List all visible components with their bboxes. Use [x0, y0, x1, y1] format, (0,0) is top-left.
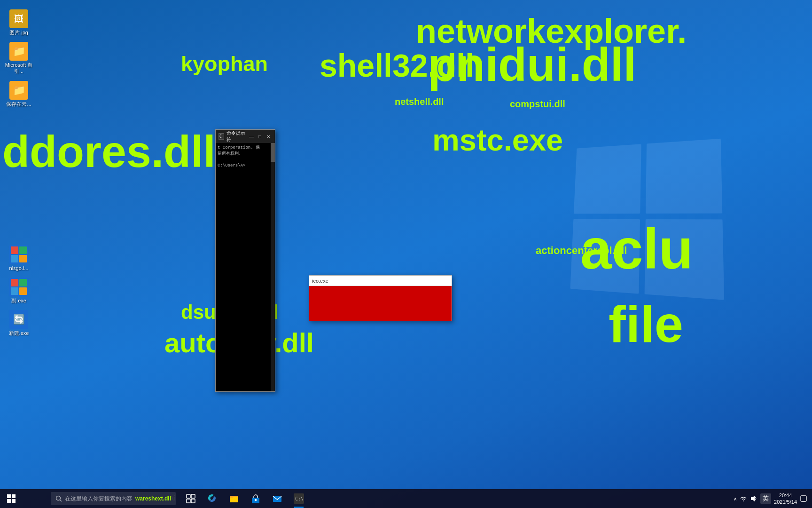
svg-rect-2	[7, 494, 11, 498]
floating-label-mstc: mstc.exe	[432, 122, 563, 158]
ico-title-text: ico.exe	[312, 278, 449, 284]
cmd-minimize-button[interactable]: —	[248, 133, 255, 140]
taskbar-search-placeholder: 在这里输入你要搜索的内容	[65, 495, 133, 503]
svg-line-7	[60, 500, 62, 502]
taskbar-app-explorer[interactable]	[224, 489, 244, 508]
floating-label-actioncenter: actioncentercpl.dll	[536, 245, 627, 257]
svg-rect-17	[273, 496, 281, 502]
ime-label: 英	[763, 495, 769, 502]
taskbar-apps: C:\	[180, 489, 309, 508]
desktop-icon-area: 🖼 图片.jpg 📁 Microsoft 自引... 📁 保存在云... nls…	[0, 0, 38, 345]
windows-start-icon	[7, 494, 16, 503]
desktop-icon-exe2[interactable]: 🔄 新建.exe	[2, 310, 36, 336]
svg-rect-21	[801, 496, 806, 501]
taskbar-app-cmd[interactable]: C:\	[289, 489, 309, 508]
cmd-output: t Corporation. 保 留所有权利。 C:\Users\A>	[218, 145, 273, 168]
taskbar-clock[interactable]: 20:44 2021/5/14	[774, 492, 797, 506]
clock-time: 20:44	[779, 492, 792, 499]
cmd-taskbar-icon: C:\	[294, 493, 304, 504]
ico-body	[309, 286, 452, 321]
svg-rect-9	[191, 494, 195, 498]
taskbar-app-store[interactable]	[245, 489, 266, 508]
svg-point-6	[56, 496, 61, 500]
cmd-window: C 命令提示符 — □ ✕ t Corporation. 保 留所有权利。 C:…	[215, 129, 275, 392]
taskbar-ime-indicator[interactable]: 英	[760, 493, 771, 504]
svg-rect-8	[187, 494, 190, 498]
cmd-close-button[interactable]: ✕	[265, 133, 272, 140]
cmd-title: C 命令提示符	[219, 130, 248, 143]
notification-icon[interactable]	[800, 495, 807, 502]
taskbar-start-button[interactable]	[0, 489, 23, 508]
edge-icon	[207, 493, 218, 504]
cmd-controls: — □ ✕	[248, 133, 272, 140]
desktop-icon-image-label: 图片.jpg	[9, 30, 28, 36]
explorer-icon	[229, 493, 239, 504]
desktop-icon-exe2-label: 新建.exe	[9, 330, 29, 336]
taskbar-app-edge[interactable]	[202, 489, 223, 508]
network-icon	[740, 495, 747, 502]
svg-marker-20	[751, 496, 755, 501]
svg-rect-13	[230, 497, 238, 502]
svg-rect-11	[191, 499, 195, 503]
floating-label-kyophan: kyophan	[181, 52, 268, 76]
ico-window: ico.exe	[309, 275, 452, 321]
desktop-icon-nlsgo[interactable]: nlsgo.i...	[2, 245, 36, 271]
search-icon	[55, 495, 62, 502]
svg-rect-14	[230, 496, 233, 498]
floating-label-compstui: compstui.dll	[510, 99, 565, 110]
taskbar-app-taskview[interactable]	[180, 489, 201, 508]
floating-label-pnidui: pnidui.dll	[428, 38, 636, 92]
desktop-icon-microsoft-label: Microsoft 自引...	[2, 62, 36, 74]
svg-rect-4	[7, 499, 11, 503]
cmd-body[interactable]: t Corporation. 保 留所有权利。 C:\Users\A>	[216, 143, 275, 391]
svg-text:C: C	[219, 135, 222, 139]
desktop-icon-nlsgo-label: nlsgo.i...	[9, 265, 29, 271]
floating-label-netshell: netshell.dll	[395, 96, 444, 107]
cmd-scrollbar-thumb	[271, 143, 275, 162]
cmd-title-text: 命令提示符	[226, 130, 248, 143]
ico-titlebar: ico.exe	[309, 276, 452, 286]
taskview-icon	[186, 494, 195, 503]
taskbar-system-tray: ∧ 英 20:44 2021/5/14	[734, 492, 812, 506]
desktop-icon-image[interactable]: 🖼 图片.jpg	[2, 9, 36, 36]
taskbar-app-mail[interactable]	[267, 489, 288, 508]
svg-rect-16	[255, 499, 257, 501]
taskbar-search-highlight: wareshext.dll	[135, 495, 171, 502]
desktop-icon-exe1-label: 副.exe	[11, 298, 26, 304]
desktop-icon-exe1[interactable]: 副.exe	[2, 278, 36, 304]
desktop-icon-cloud[interactable]: 📁 保存在云...	[2, 81, 36, 107]
taskbar: 在这里输入你要搜索的内容 wareshext.dll	[0, 489, 812, 508]
taskbar-search-box[interactable]: 在这里输入你要搜索的内容 wareshext.dll	[51, 492, 176, 505]
desktop-icon-cloud-label: 保存在云...	[6, 101, 31, 107]
cmd-scrollbar[interactable]	[271, 143, 275, 391]
svg-rect-10	[187, 499, 190, 503]
taskbar-tray-arrow[interactable]: ∧	[734, 496, 737, 501]
floating-label-file: file	[609, 294, 683, 354]
volume-icon	[750, 495, 757, 502]
cmd-maximize-button[interactable]: □	[256, 133, 264, 140]
cmd-icon: C	[219, 133, 224, 140]
mail-icon	[272, 493, 282, 504]
svg-text:C:\: C:\	[295, 496, 304, 501]
desktop-icon-microsoft[interactable]: 📁 Microsoft 自引...	[2, 42, 36, 74]
store-icon	[250, 493, 261, 504]
svg-rect-3	[12, 494, 16, 498]
svg-rect-5	[12, 499, 16, 503]
clock-date: 2021/5/14	[774, 499, 797, 505]
cmd-titlebar: C 命令提示符 — □ ✕	[216, 130, 275, 143]
